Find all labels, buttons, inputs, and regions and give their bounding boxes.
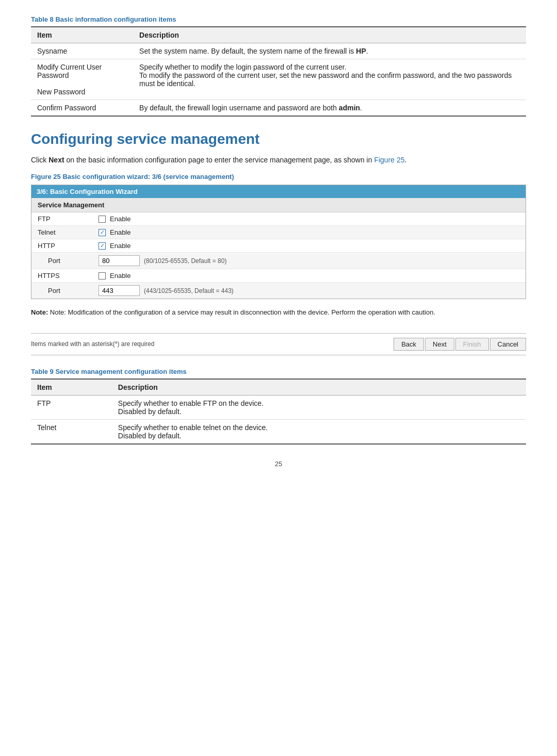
table8-item-modify-password: Modify Current User PasswordNew Password — [31, 59, 133, 100]
http-label: HTTP — [31, 242, 99, 250]
table-row: FTP Specify whether to enable FTP on the… — [31, 395, 526, 419]
wizard-note: Note: Note: Modification of the configur… — [31, 307, 526, 318]
https-port-control[interactable]: (443/1025-65535, Default = 443) — [99, 285, 526, 296]
telnet-label: Telnet — [31, 228, 99, 236]
ftp-checkbox[interactable] — [99, 216, 106, 223]
finish-button[interactable]: Finish — [455, 338, 489, 351]
table-row: Confirm Password By default, the firewal… — [31, 100, 526, 117]
table8-item-sysname: Sysname — [31, 43, 133, 59]
https-port-label: Port — [31, 287, 99, 294]
table8-caption: Table 8 Basic information configuration … — [31, 15, 526, 23]
section-intro: Click Next on the basic information conf… — [31, 155, 526, 166]
table8-desc-sysname: Set the system name. By default, the sys… — [133, 43, 526, 59]
table-row: Modify Current User PasswordNew Password… — [31, 59, 526, 100]
https-label: HTTPS — [31, 272, 99, 280]
cancel-button[interactable]: Cancel — [490, 338, 526, 351]
http-control[interactable]: ✓ Enable — [99, 242, 526, 250]
table9-desc-telnet: Specify whether to enable telnet on the … — [112, 419, 526, 444]
table9-caption: Table 9 Service management configuration… — [31, 368, 526, 375]
table-row: Telnet Specify whether to enable telnet … — [31, 419, 526, 444]
table9-col-item: Item — [31, 379, 112, 396]
ftp-control[interactable]: Enable — [99, 215, 526, 223]
wizard-box: 3/6: Basic Configuration Wizard Service … — [31, 185, 526, 299]
telnet-checkbox[interactable]: ✓ — [99, 229, 106, 236]
table9-col-description: Description — [112, 379, 526, 396]
required-note: Items marked with an asterisk(*) are req… — [31, 340, 154, 348]
page-number: 25 — [31, 460, 526, 468]
table8-col-item: Item — [31, 27, 133, 43]
intro-text-2: on the basic information configuration p… — [64, 156, 374, 164]
https-checkbox-label: Enable — [110, 272, 130, 280]
table8-item-confirm-password: Confirm Password — [31, 100, 133, 117]
http-port-input[interactable] — [99, 255, 140, 266]
section-title: Configuring service management — [31, 131, 526, 147]
table8-desc-modify-password: Specify whether to modify the login pass… — [133, 59, 526, 100]
telnet-checkbox-label: Enable — [110, 228, 130, 236]
next-button[interactable]: Next — [425, 338, 454, 351]
figure25-caption: Figure 25 Basic configuration wizard: 3/… — [31, 173, 526, 180]
ftp-checkbox-label: Enable — [110, 215, 130, 223]
wizard-row-https-port: Port (443/1025-65535, Default = 443) — [31, 283, 526, 299]
https-port-input[interactable] — [99, 285, 140, 296]
bottom-bar: Items marked with an asterisk(*) are req… — [31, 333, 526, 355]
wizard-row-http-port: Port (80/1025-65535, Default = 80) — [31, 253, 526, 269]
http-port-hint: (80/1025-65535, Default = 80) — [144, 257, 226, 265]
table8: Item Description Sysname Set the system … — [31, 26, 526, 117]
telnet-control[interactable]: ✓ Enable — [99, 228, 526, 236]
https-port-hint: (443/1025-65535, Default = 443) — [144, 287, 234, 294]
wizard-section-header: Service Management — [31, 198, 526, 212]
wizard-row-ftp: FTP Enable — [31, 212, 526, 226]
table-row: Sysname Set the system name. By default,… — [31, 43, 526, 59]
http-checkbox[interactable]: ✓ — [99, 242, 106, 250]
back-button[interactable]: Back — [394, 338, 424, 351]
http-checkbox-label: Enable — [110, 242, 130, 250]
https-control[interactable]: Enable — [99, 272, 526, 280]
http-port-label: Port — [31, 257, 99, 265]
intro-text-1: Click — [31, 156, 48, 164]
table9-item-ftp: FTP — [31, 395, 112, 419]
intro-end: . — [405, 156, 407, 164]
intro-next-bold: Next — [48, 156, 64, 164]
table9: Item Description FTP Specify whether to … — [31, 379, 526, 445]
table8-col-description: Description — [133, 27, 526, 43]
wizard-row-https: HTTPS Enable — [31, 269, 526, 283]
https-checkbox[interactable] — [99, 272, 106, 280]
wizard-row-http: HTTP ✓ Enable — [31, 239, 526, 253]
ftp-label: FTP — [31, 215, 99, 223]
wizard-titlebar: 3/6: Basic Configuration Wizard — [31, 185, 526, 198]
table9-desc-ftp: Specify whether to enable FTP on the dev… — [112, 395, 526, 419]
btn-group: Back Next Finish Cancel — [394, 338, 526, 351]
table8-desc-confirm-password: By default, the firewall login username … — [133, 100, 526, 117]
http-port-control[interactable]: (80/1025-65535, Default = 80) — [99, 255, 526, 266]
wizard-row-telnet: Telnet ✓ Enable — [31, 226, 526, 239]
wizard-body: Service Management FTP Enable Telnet ✓ E… — [31, 198, 526, 299]
figure25-link[interactable]: Figure 25 — [374, 156, 404, 164]
table9-item-telnet: Telnet — [31, 419, 112, 444]
